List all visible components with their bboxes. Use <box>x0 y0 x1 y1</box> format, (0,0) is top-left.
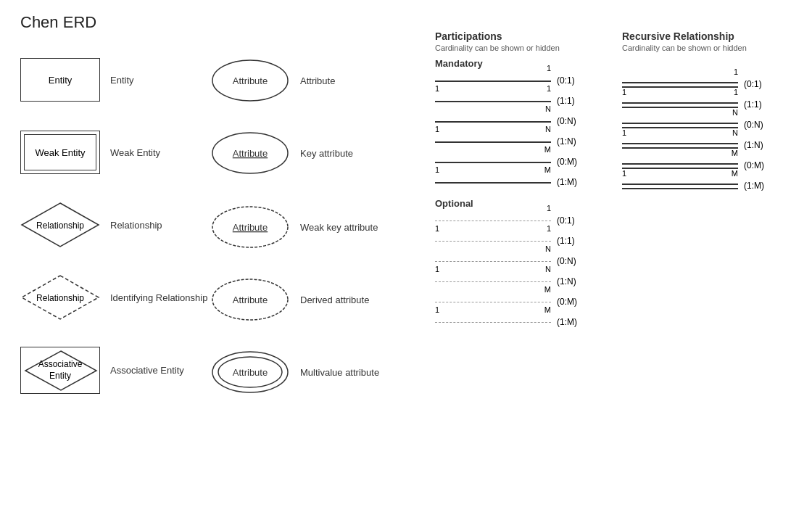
rec-r4-left: 1 <box>622 128 626 137</box>
opt-row-1: 1 (0:1) <box>435 213 577 228</box>
recursive-title: Recursive Relationship <box>622 30 764 42</box>
assoc-entity-name: Associative Entity <box>110 365 184 376</box>
weak-entity-inner: Weak Entity <box>24 134 96 170</box>
mand-line-1 <box>435 81 551 82</box>
mand-row-2: 1 1 (1:1) <box>435 94 577 108</box>
rec-row-1: 1 (0:1) <box>622 77 764 91</box>
opt-card-6: (1:M) <box>557 317 577 327</box>
mand-row-6: 1 M (1:M) <box>435 175 577 189</box>
mand-row-1: 1 (0:1) <box>435 73 577 88</box>
svg-text:Attribute: Attribute <box>233 367 268 378</box>
assoc-entity-row: AssociativeEntity Associative Entity <box>20 347 184 394</box>
rec-card-6: (1:M) <box>744 181 764 191</box>
attr1-svg: Attribute <box>210 58 290 103</box>
identifying-rel-row: Relationship Identifying Relationship <box>20 274 207 321</box>
opt-row-3: N (0:N) <box>435 254 577 268</box>
attr1-name: Attribute <box>300 75 335 86</box>
svg-text:Attribute: Attribute <box>233 75 268 86</box>
opt-r1-right: 1 <box>547 204 551 213</box>
rec-line-3-bot <box>622 127 738 128</box>
rec-row-3: N (0:N) <box>622 118 764 132</box>
mand-r5-right: M <box>544 145 551 154</box>
entity-label: Entity <box>49 75 72 86</box>
rec-line-2-bot <box>622 107 738 108</box>
rec-r2-left: 1 <box>622 88 626 96</box>
mand-line-5 <box>435 162 551 163</box>
mand-r2-left: 1 <box>435 84 439 93</box>
mand-card-3: (0:N) <box>557 116 576 126</box>
weak-entity-shape: Weak Entity <box>20 131 100 174</box>
participations-section: Participations Cardinality can be shown … <box>435 30 577 335</box>
rec-card-2: (1:1) <box>744 99 762 110</box>
rec-line-6-container: 1 M <box>622 178 738 193</box>
rec-card-3: (0:N) <box>744 120 763 130</box>
rec-row-5: M (0:M) <box>622 158 764 173</box>
opt-line-4-container: 1 N <box>435 274 551 289</box>
entity-name: Entity <box>110 75 134 86</box>
rec-line-1-top <box>622 82 738 83</box>
rec-card-5: (0:M) <box>744 160 764 170</box>
opt-r2-right: 1 <box>547 224 551 233</box>
mand-card-2: (1:1) <box>557 96 575 106</box>
attr3-row: Attribute Weak key attribute <box>210 205 378 250</box>
attr2-name: Key attribute <box>300 148 353 159</box>
rec-line-1-container: 1 <box>622 77 738 91</box>
rec-row-6: 1 M (1:M) <box>622 178 764 193</box>
mand-card-1: (0:1) <box>557 75 575 86</box>
rec-line-2-top <box>622 102 738 104</box>
mand-line-1-container: 1 <box>435 73 551 88</box>
rec-line-5-container: M <box>622 158 738 173</box>
opt-line-5 <box>435 302 551 302</box>
recursive-spacer <box>622 58 764 77</box>
recursive-section: Recursive Relationship Cardinality can b… <box>622 30 764 199</box>
mand-r1-right: 1 <box>547 64 551 73</box>
mand-card-5: (0:M) <box>557 157 577 167</box>
attr2-row: Attribute Key attribute <box>210 131 353 176</box>
mand-row-5: M (0:M) <box>435 154 577 169</box>
opt-card-3: (0:N) <box>557 256 576 266</box>
mand-line-6-container: 1 M <box>435 175 551 189</box>
recursive-subtitle: Cardinality can be shown or hidden <box>622 44 764 52</box>
rec-r6-right: M <box>732 169 738 178</box>
identifying-rel-label: Relationship <box>36 293 84 303</box>
opt-line-3-container: N <box>435 254 551 268</box>
opt-row-5: M (0:M) <box>435 294 577 309</box>
attr5-svg: Attribute <box>210 350 290 395</box>
opt-r2-left: 1 <box>435 224 439 233</box>
entity-shape: Entity <box>20 58 100 102</box>
opt-line-6-container: 1 M <box>435 315 551 329</box>
rec-r6-left: 1 <box>622 169 626 178</box>
opt-card-2: (1:1) <box>557 236 575 246</box>
opt-line-4 <box>435 281 551 282</box>
relationship-shape: Relationship <box>20 202 100 249</box>
rec-r4-right: N <box>732 128 738 137</box>
rec-line-3-top <box>622 123 738 124</box>
rec-line-4-bot <box>622 147 738 149</box>
opt-line-1-container: 1 <box>435 213 551 228</box>
attr4-svg: Attribute <box>210 277 290 322</box>
rec-r1-right: 1 <box>734 67 738 76</box>
mand-r2-right: 1 <box>547 84 551 93</box>
opt-line-2-container: 1 1 <box>435 234 551 248</box>
mand-line-3-container: N <box>435 114 551 128</box>
mand-line-3 <box>435 121 551 123</box>
opt-line-1 <box>435 221 551 221</box>
rec-r2-right: 1 <box>734 88 738 96</box>
opt-line-2 <box>435 241 551 242</box>
opt-line-6 <box>435 322 551 323</box>
mand-card-4: (1:N) <box>557 136 576 147</box>
opt-r6-right: M <box>544 305 551 314</box>
rec-row-2: 1 1 (1:1) <box>622 97 764 112</box>
opt-r5-right: M <box>544 285 551 294</box>
mand-row-3: N (0:N) <box>435 114 577 128</box>
rec-line-3-container: N <box>622 118 738 132</box>
mand-r4-left: 1 <box>435 125 439 133</box>
page-title: Chen ERD <box>20 13 96 32</box>
mand-card-6: (1:M) <box>557 177 577 187</box>
weak-entity-row: Weak Entity Weak Entity <box>20 131 160 174</box>
opt-card-1: (0:1) <box>557 215 575 226</box>
opt-row-6: 1 M (1:M) <box>435 315 577 329</box>
relationship-name: Relationship <box>110 220 162 231</box>
weak-entity-label: Weak Entity <box>35 147 85 158</box>
mand-row-4: 1 N (1:N) <box>435 134 577 149</box>
